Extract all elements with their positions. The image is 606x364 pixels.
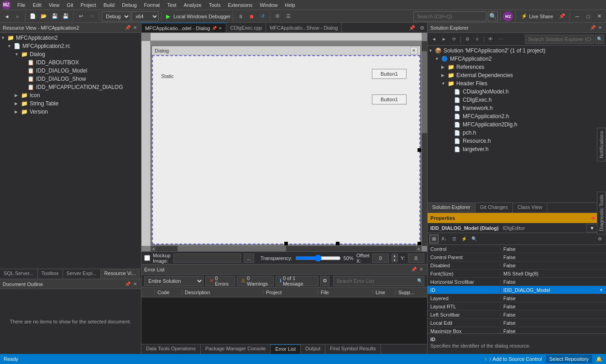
live-share-btn[interactable]: ⚡ Live Share (518, 11, 556, 21)
el-pin-btn[interactable]: 📌 (411, 266, 417, 273)
menu-item-analyze[interactable]: Analyze (180, 0, 205, 10)
props-pin-btn[interactable]: 📌 (590, 215, 596, 221)
se-pin-btn[interactable]: 📌 (590, 25, 596, 31)
se-item-references[interactable]: ▶ 📁 References (428, 63, 606, 71)
forward-btn[interactable]: ► (13, 11, 23, 21)
tab-output[interactable]: Output (301, 344, 325, 354)
props-alphabetical-btn[interactable]: A↓ (439, 234, 449, 244)
props-scrollbar[interactable] (601, 0, 606, 364)
window-minimize-btn[interactable]: ─ (572, 11, 582, 21)
tab-settings-btn[interactable]: ⚙ (417, 23, 427, 33)
props-search-btn[interactable]: 🔍 (470, 234, 479, 244)
menu-item-git[interactable]: Git (63, 0, 77, 10)
se-item-project[interactable]: ▼ 🔵 MFCApplication2 (428, 55, 606, 63)
scroll-horizontal[interactable] (151, 246, 422, 251)
search-input[interactable] (413, 11, 486, 21)
error-settings-btn[interactable]: ⚙ (320, 276, 329, 286)
editor-tab-dialog[interactable]: MFCApplicatio...odel - Dialog 📌 ✕ (141, 23, 226, 33)
tab-solution-explorer[interactable]: Solution Explorer (428, 203, 475, 213)
mockup-browse-btn[interactable]: ... (244, 254, 254, 263)
tab-find-symbol[interactable]: Find Symbol Results (325, 344, 381, 354)
tab-toolbox[interactable]: Toolbox (38, 269, 63, 279)
source-control-btn[interactable]: ↑ ↑ Add to Source Control (485, 356, 542, 362)
rv-pin-btn[interactable]: 📌 (125, 25, 131, 31)
tab-pkg-mgr[interactable]: Package Manager Console (201, 344, 271, 354)
menu-item-extensions[interactable]: Extensions (224, 0, 256, 10)
col-line-header[interactable]: Line (372, 290, 395, 295)
se-item-cdialognomodel[interactable]: 📄 CDialogNoModel.h (428, 88, 606, 96)
tab-error-list[interactable]: Error List (271, 344, 301, 354)
se-item-resource-h[interactable]: 📄 Resource.h (428, 137, 606, 145)
toolbar-btn-extra2[interactable]: ☰ (283, 11, 293, 21)
window-maximize-btn[interactable]: □ (583, 11, 593, 21)
tab-server-explorer[interactable]: Server Expl... (63, 269, 101, 279)
props-row-hscroll[interactable]: Horizontal Scrollbar False (428, 278, 606, 286)
se-filter-btn[interactable]: ≡ (473, 35, 482, 44)
menu-item-edit[interactable]: Edit (29, 0, 45, 10)
pin-btn[interactable]: 📌 (557, 11, 567, 21)
se-item-mfcapp2h[interactable]: 📄 MFCApplication2.h (428, 112, 606, 120)
props-row-control[interactable]: Control False (428, 245, 606, 253)
menu-item-tools[interactable]: Tools (205, 0, 225, 10)
menu-item-debug[interactable]: Debug (118, 0, 140, 10)
rv-close-btn[interactable]: ✕ (132, 25, 138, 31)
se-sync-btn[interactable]: ⟳ (449, 35, 459, 44)
diagnostic-tools-tab[interactable]: Diagnostic Tools (597, 192, 606, 234)
stop-btn[interactable]: ⏹ (246, 11, 256, 21)
menu-item-help[interactable]: Help (281, 0, 299, 10)
dialog-editor-area[interactable]: /* ruler ticks */ Dialog ✕ Static Butt (141, 33, 427, 251)
props-events-btn[interactable]: ⚡ (460, 234, 469, 244)
props-row-layered[interactable]: Layered False (428, 294, 606, 302)
back-btn[interactable]: ◄ (2, 11, 12, 21)
search-btn[interactable]: 🔍 (488, 11, 498, 21)
mockup-image-input[interactable] (173, 254, 241, 263)
se-item-solution[interactable]: ▼ 📦 Solution 'MFCApplication2' (1 of 1 p… (428, 47, 606, 55)
dialog-window[interactable]: Dialog ✕ Static Button1 Button1 (152, 46, 421, 245)
col-desc-header[interactable]: Description (182, 290, 263, 295)
warnings-filter-btn[interactable]: ⚠ 0 Warnings (237, 276, 274, 286)
tab-data-tools[interactable]: Data Tools Operations (141, 344, 201, 354)
props-categorized-btn[interactable]: ⊞ (429, 234, 439, 244)
props-row-layout-rtl[interactable]: Layout RTL False (428, 302, 606, 311)
tree-root[interactable]: ▼ 📁 MFCApplication2 (0, 34, 141, 42)
tab-class-view[interactable]: Class View (513, 203, 547, 213)
tab-git-changes[interactable]: Git Changes (475, 203, 513, 213)
toolbar-btn-extra1[interactable]: ⚙ (272, 11, 282, 21)
scroll-left-arrow[interactable]: ◄ (151, 246, 156, 251)
col-code-header[interactable]: Code (154, 290, 182, 295)
menu-item-window[interactable]: Window (256, 0, 281, 10)
version-folder[interactable]: ▶ 📁 Version (0, 108, 141, 116)
save-btn[interactable]: 💾 (50, 11, 60, 21)
tree-item-idd-aboutbox[interactable]: 📋 IDD_ABOUTBOX (0, 58, 141, 67)
se-prop-btn[interactable]: ⚙ (463, 35, 472, 44)
dialog-body[interactable]: Static Button1 Button1 (152, 55, 420, 244)
new-btn[interactable]: 📄 (28, 11, 38, 21)
editor-tab-show[interactable]: MFCApplicatio...Show - Dialog (266, 23, 342, 33)
icon-folder[interactable]: ▶ 📁 Icon (0, 91, 141, 99)
se-item-ext-deps[interactable]: ▶ 📁 External Dependencies (428, 71, 606, 79)
messages-filter-btn[interactable]: ℹ 0 of 1 Message (276, 276, 319, 286)
se-item-framework[interactable]: 📄 framework.h (428, 104, 606, 112)
se-item-targetver[interactable]: 📄 targetver.h (428, 145, 606, 153)
col-file-header[interactable]: File (318, 290, 372, 295)
se-item-cdlgexec[interactable]: 📄 CDlgExec.h (428, 96, 606, 104)
col-supp-header[interactable]: Supp... (395, 290, 427, 295)
col-proj-header[interactable]: Project (263, 290, 318, 295)
tree-item-idd-dialog-show[interactable]: 📋 IDD_DIALOG_Show (0, 75, 141, 83)
save-all-btn[interactable]: 💾 (61, 11, 71, 21)
restart-btn[interactable]: ↺ (257, 11, 267, 21)
tab-sql-server[interactable]: SQL Server... (0, 269, 38, 279)
offset-x-down[interactable]: ▼ (392, 258, 398, 262)
el-close-btn[interactable]: ✕ (418, 266, 424, 273)
doc-outline-close[interactable]: ✕ (132, 281, 138, 287)
props-row-maximize-box[interactable]: Maximize Box False (428, 327, 606, 333)
redo-btn[interactable]: ↪ (87, 11, 97, 21)
se-search[interactable] (525, 35, 594, 44)
se-preview-btn[interactable]: 👁 (486, 35, 495, 44)
se-back-btn[interactable]: ◄ (429, 35, 439, 44)
menu-item-view[interactable]: View (45, 0, 63, 10)
scroll-right-arrow[interactable]: ► (416, 246, 422, 251)
debug-config-dropdown[interactable]: Debug (102, 11, 131, 21)
se-more-btn[interactable]: ⋯ (496, 35, 505, 44)
menu-item-file[interactable]: File (14, 0, 29, 10)
